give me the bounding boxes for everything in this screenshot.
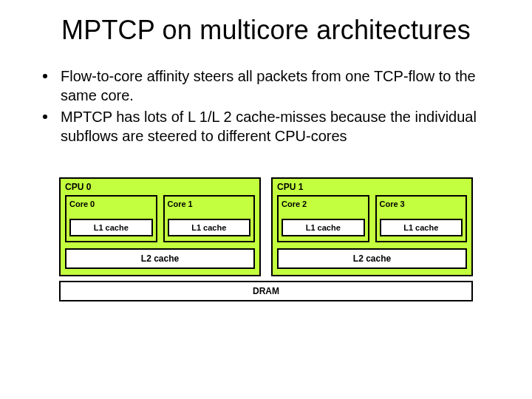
cpu-row: CPU 0 Core 0 L1 cache Core 1 L1 cache L2…	[59, 177, 473, 276]
core-label: Core 2	[282, 200, 365, 208]
l1-cache: L1 cache	[282, 219, 365, 236]
cpu-0: CPU 0 Core 0 L1 cache Core 1 L1 cache L2…	[59, 177, 261, 276]
cpu-1: CPU 1 Core 2 L1 cache Core 3 L1 cache L2…	[271, 177, 473, 276]
core-2: Core 2 L1 cache	[277, 195, 369, 242]
dram: DRAM	[59, 281, 473, 301]
core-label: Core 1	[168, 200, 251, 208]
bullet-list: Flow-to-core affinity steers all packets…	[30, 66, 502, 146]
bullet-item: Flow-to-core affinity steers all packets…	[50, 66, 502, 106]
core-label: Core 0	[69, 200, 153, 208]
architecture-diagram: CPU 0 Core 0 L1 cache Core 1 L1 cache L2…	[59, 177, 473, 301]
l1-cache: L1 cache	[69, 219, 153, 236]
bullet-item: MPTCP has lots of L 1/L 2 cache-misses b…	[50, 107, 502, 146]
core-row: Core 0 L1 cache Core 1 L1 cache	[65, 195, 255, 242]
core-row: Core 2 L1 cache Core 3 L1 cache	[277, 195, 467, 242]
core-label: Core 3	[380, 200, 463, 208]
cpu-label: CPU 0	[65, 182, 255, 192]
l1-cache: L1 cache	[168, 219, 251, 236]
l2-cache: L2 cache	[65, 248, 255, 269]
core-3: Core 3 L1 cache	[375, 195, 468, 242]
core-1: Core 1 L1 cache	[163, 195, 256, 242]
l1-cache: L1 cache	[380, 219, 463, 236]
slide-title: MPTCP on multicore architectures	[30, 15, 502, 46]
l2-cache: L2 cache	[277, 248, 467, 269]
core-0: Core 0 L1 cache	[65, 195, 157, 242]
cpu-label: CPU 1	[277, 182, 467, 192]
